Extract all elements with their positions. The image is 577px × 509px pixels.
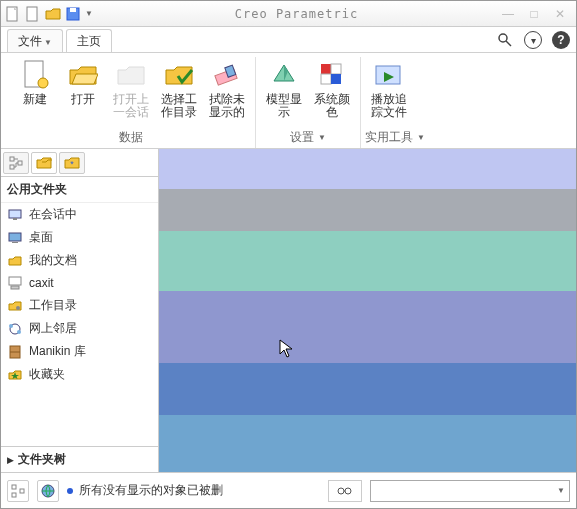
sidebar-item-working-dir[interactable]: 工作目录 — [1, 294, 158, 317]
svg-rect-16 — [10, 157, 14, 161]
svg-rect-10 — [321, 64, 331, 74]
svg-text:*: * — [70, 159, 74, 169]
sidebar-tab-tree[interactable] — [3, 152, 29, 174]
svg-line-5 — [506, 41, 511, 46]
main-area: * 公用文件夹 在会话中 桌面 我的文档 caxit 工作目录 网上邻居 Man… — [1, 149, 576, 472]
ribbon-group-data: 新建 打开 打开上一会话 选择工作目录 拭除未显示的 数据 — [7, 57, 256, 148]
sidebar-list: 在会话中 桌面 我的文档 caxit 工作目录 网上邻居 Manikin 库 收… — [1, 203, 158, 446]
new-button[interactable]: 新建 — [11, 57, 59, 127]
status-bar: 所有没有显示的对象已被删 ▼ — [1, 472, 576, 508]
ribbon: 新建 打开 打开上一会话 选择工作目录 拭除未显示的 数据 — [1, 53, 576, 149]
select-wd-label: 选择工作目录 — [157, 93, 201, 119]
sidebar-item-network[interactable]: 网上邻居 — [1, 317, 158, 340]
app-title: Creo Parametric — [93, 7, 500, 21]
save-icon[interactable] — [65, 6, 81, 22]
folder-gear-icon — [7, 298, 23, 314]
new-blank-icon[interactable] — [25, 6, 41, 22]
sidebar-item-label: 桌面 — [29, 229, 53, 246]
find-button[interactable] — [328, 480, 362, 502]
svg-rect-34 — [12, 493, 16, 497]
status-text: 所有没有显示的对象已被删 — [79, 482, 223, 499]
sidebar-item-in-session[interactable]: 在会话中 — [1, 203, 158, 226]
svg-rect-1 — [27, 7, 37, 21]
help-icon[interactable]: ? — [552, 31, 570, 49]
sidebar-tab-favorites[interactable]: * — [59, 152, 85, 174]
maximize-button[interactable]: □ — [526, 6, 542, 22]
ribbon-group-utilities: 播放追踪文件 实用工具▼ — [361, 57, 429, 148]
group-data-label: 数据 — [11, 127, 251, 148]
open-icon[interactable] — [45, 6, 61, 22]
colors-icon — [316, 59, 348, 91]
expand-icon: ▶ — [7, 455, 14, 465]
open-folder-icon — [67, 59, 99, 91]
erase-label: 拭除未显示的 — [205, 93, 249, 119]
filter-dropdown[interactable]: ▼ — [370, 480, 570, 502]
svg-point-38 — [345, 488, 351, 494]
svg-rect-23 — [12, 242, 18, 243]
open-last-label: 打开上一会话 — [109, 93, 153, 119]
svg-point-26 — [16, 306, 20, 310]
tab-home[interactable]: 主页 — [66, 29, 112, 52]
sidebar-item-label: 网上邻居 — [29, 320, 77, 337]
svg-rect-18 — [18, 161, 22, 165]
monitor-icon — [7, 207, 23, 223]
select-working-dir-button[interactable]: 选择工作目录 — [155, 57, 203, 127]
svg-rect-12 — [321, 74, 331, 84]
folder-check-icon — [163, 59, 195, 91]
desktop-icon — [7, 230, 23, 246]
svg-rect-33 — [12, 485, 16, 489]
tab-file-label: 文件 — [18, 34, 42, 48]
computer-icon — [7, 275, 23, 291]
system-colors-button[interactable]: 系统颜色 — [308, 57, 356, 127]
open-last-icon — [115, 59, 147, 91]
svg-point-29 — [17, 330, 21, 334]
sidebar-item-label: 工作目录 — [29, 297, 77, 314]
sidebar-tab-folders[interactable] — [31, 152, 57, 174]
play-trail-icon — [373, 59, 405, 91]
sidebar-item-computer[interactable]: caxit — [1, 272, 158, 294]
sidebar-item-label: Manikin 库 — [29, 343, 86, 360]
sidebar-item-label: 收藏夹 — [29, 366, 65, 383]
graphics-canvas[interactable] — [159, 149, 576, 472]
sidebar-item-label: 我的文档 — [29, 252, 77, 269]
network-icon — [7, 321, 23, 337]
svg-point-7 — [38, 78, 48, 88]
new-icon[interactable] — [5, 6, 21, 22]
status-browser-button[interactable] — [37, 480, 59, 502]
play-trail-button[interactable]: 播放追踪文件 — [365, 57, 413, 127]
group-util-label[interactable]: 实用工具▼ — [365, 127, 425, 148]
sidebar-item-manikin[interactable]: Manikin 库 — [1, 340, 158, 363]
tab-home-label: 主页 — [77, 34, 101, 48]
star-folder-icon — [7, 367, 23, 383]
model-display-icon — [268, 59, 300, 91]
open-last-session-button[interactable]: 打开上一会话 — [107, 57, 155, 127]
svg-rect-17 — [10, 165, 14, 169]
sidebar-item-favorites[interactable]: 收藏夹 — [1, 363, 158, 386]
status-tree-button[interactable] — [7, 480, 29, 502]
open-button[interactable]: 打开 — [59, 57, 107, 127]
svg-point-4 — [499, 34, 507, 42]
erase-not-displayed-button[interactable]: 拭除未显示的 — [203, 57, 251, 127]
svg-point-28 — [9, 324, 13, 328]
minimize-button[interactable]: — — [500, 6, 516, 22]
group-settings-label[interactable]: 设置▼ — [260, 127, 356, 148]
sidebar-folder-tree-toggle[interactable]: ▶ 文件夹树 — [1, 446, 158, 472]
tab-file[interactable]: 文件▼ — [7, 29, 63, 52]
eraser-icon — [211, 59, 243, 91]
qat-dropdown-icon[interactable]: ▼ — [85, 9, 93, 18]
svg-rect-24 — [9, 277, 21, 285]
svg-rect-35 — [20, 489, 24, 493]
sidebar-item-documents[interactable]: 我的文档 — [1, 249, 158, 272]
model-display-button[interactable]: 模型显示 — [260, 57, 308, 127]
search-icon[interactable] — [496, 31, 514, 49]
svg-point-37 — [338, 488, 344, 494]
svg-rect-20 — [9, 210, 21, 218]
svg-rect-25 — [11, 286, 19, 289]
new-button-label: 新建 — [23, 93, 47, 119]
window-buttons: — □ ✕ — [500, 6, 568, 22]
chevron-icon[interactable]: ▾ — [524, 31, 542, 49]
sidebar-item-desktop[interactable]: 桌面 — [1, 226, 158, 249]
svg-rect-22 — [9, 233, 21, 241]
status-dot-icon — [67, 488, 73, 494]
close-button[interactable]: ✕ — [552, 6, 568, 22]
